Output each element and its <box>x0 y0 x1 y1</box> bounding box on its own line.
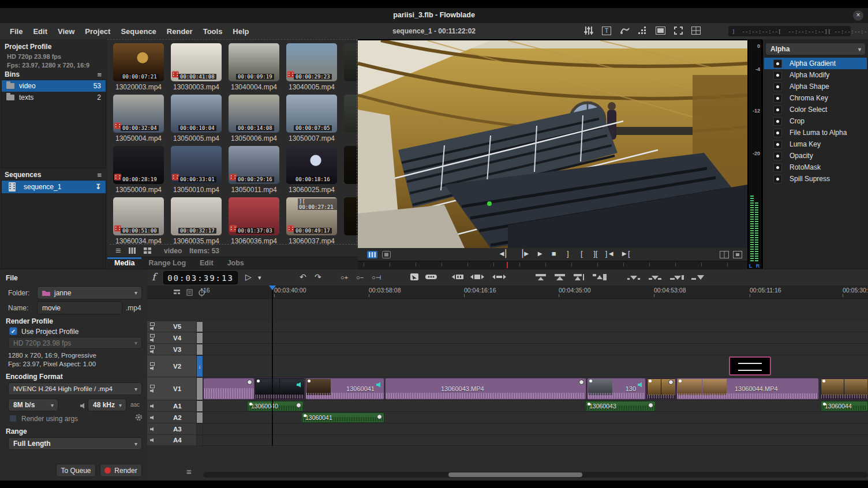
delete-marker-icon[interactable]: ○− <box>356 274 364 281</box>
fullscreen-icon[interactable] <box>672 25 684 36</box>
redo-icon[interactable]: ↷ <box>315 272 321 281</box>
fade-handle-icon[interactable] <box>247 380 252 385</box>
filter-item-opacity[interactable]: Opacity <box>764 150 867 162</box>
media-item[interactable]: 00:00:32:0413050004.mp4 <box>110 95 167 142</box>
splice-out-icon[interactable] <box>535 273 547 283</box>
media-item[interactable]: 00:00:29:2313040005.mp4 <box>283 43 341 91</box>
timeline-display-toggle-icon[interactable] <box>367 250 377 261</box>
scrollbar-thumb[interactable] <box>448 472 582 477</box>
mixer-icon[interactable] <box>583 25 594 36</box>
media-image-icon[interactable] <box>654 25 666 36</box>
playhead-marker[interactable] <box>269 286 276 290</box>
timeline-timecode[interactable]: 00:03:39:13 <box>163 271 238 284</box>
media-item[interactable]: 130 <box>341 197 358 245</box>
track-height-control-a3[interactable] <box>196 423 203 435</box>
timeline-ruler[interactable]: :1600:03:40:0000:03:58:0800:04:16:1600:0… <box>147 286 868 299</box>
shrink-tracks-icon[interactable] <box>173 288 181 298</box>
tab-edit[interactable]: Edit <box>193 257 220 269</box>
track-head-a1[interactable]: A1 <box>147 400 196 412</box>
timeline-scrollbar[interactable] <box>203 472 868 478</box>
insert-both-icon[interactable] <box>470 273 484 283</box>
track-head-v5[interactable]: V5 <box>147 321 196 332</box>
mark-out-button[interactable]: [ <box>578 249 586 258</box>
titler-icon[interactable]: T <box>601 25 612 36</box>
gmic-icon[interactable] <box>619 25 630 36</box>
bin-item-texts[interactable]: texts2 <box>2 92 106 103</box>
range-select-icon[interactable] <box>410 273 419 283</box>
timeline-clip-video[interactable] <box>255 378 305 400</box>
filter-item-color-select[interactable]: Color Select <box>764 104 867 115</box>
track-lane-v3[interactable] <box>203 344 868 355</box>
track-height-control-a2[interactable] <box>196 412 203 423</box>
range-select[interactable]: Full Length ▾ <box>8 437 142 450</box>
track-height-control-v2[interactable]: ↓ <box>196 355 203 377</box>
filter-item-chroma-key[interactable]: Chroma Key <box>764 92 867 104</box>
timeline-clip-audio[interactable]: 13060043 <box>585 401 656 411</box>
media-item[interactable]: 00:00:51:0013060034.mp4 <box>110 197 167 245</box>
filter-item-alpha-gradient[interactable]: Alpha Gradient <box>764 58 867 69</box>
timeline-clip-video[interactable] <box>203 378 255 400</box>
append-icon[interactable] <box>670 273 684 283</box>
insert-append-icon[interactable] <box>691 273 705 283</box>
encoding-select[interactable]: NVENC H.264 High Profile / .mp4 ▾ <box>8 382 142 395</box>
track-lane-a4[interactable] <box>203 435 868 446</box>
scrub-position-marker[interactable] <box>507 262 508 268</box>
track-lane-v4[interactable] <box>203 332 868 344</box>
render-args-checkbox[interactable] <box>9 415 17 422</box>
batch-grid-icon[interactable] <box>637 25 648 36</box>
gear-icon[interactable] <box>134 413 143 424</box>
stop-button[interactable]: ■ <box>550 249 558 258</box>
media-item[interactable]: 130 <box>341 43 358 91</box>
bins-menu-icon[interactable]: ≡ <box>97 70 102 79</box>
filter-item-file-luma-to-alpha[interactable]: File Luma to Alpha <box>764 127 867 138</box>
filter-group-select[interactable]: Alpha ▾ <box>765 43 866 55</box>
media-item[interactable]: 130 <box>341 146 358 194</box>
fade-handle-icon[interactable] <box>668 380 674 385</box>
media-item[interactable]: 00:00:41:0813030003.mp4 <box>167 43 225 91</box>
folder-select[interactable]: janne ▾ <box>37 286 142 299</box>
prev-frame-button[interactable]: ◄▏ <box>498 249 511 258</box>
monitor-scrub-bar[interactable] <box>358 261 747 269</box>
next-marker-icon[interactable]: ○⊣ <box>372 274 381 281</box>
media-item[interactable]: 130 <box>341 95 358 142</box>
media-item[interactable]: 00:00:07:0513050007.mp4 <box>283 95 341 142</box>
media-item[interactable]: 00:00:33:0113050010.mp4 <box>167 146 225 194</box>
track-height-control-v4[interactable] <box>196 332 203 344</box>
list-view-icon[interactable]: ≡ <box>115 246 121 256</box>
sequence-item-sequence_1[interactable]: sequence_1↧ <box>2 181 106 193</box>
media-item[interactable]: 00:00:07:2113020003.mp4 <box>110 43 167 91</box>
lift-icon[interactable] <box>554 273 566 283</box>
undo-icon[interactable]: ↶ <box>300 272 306 281</box>
track-head-v1[interactable]: V1 <box>147 377 196 400</box>
panel-drag-handle-icon[interactable]: ≡ <box>186 467 192 476</box>
fade-handle-icon[interactable] <box>579 380 584 385</box>
track-height-control-a4[interactable] <box>196 435 203 446</box>
filter-item-crop[interactable]: Crop <box>764 115 867 127</box>
media-item[interactable]: 00:00:10:0413050005.mp4 <box>167 95 225 142</box>
track-head-v2[interactable]: V2 <box>147 355 196 377</box>
overwrite-clip-icon[interactable] <box>649 273 661 283</box>
media-item[interactable]: 00:00:32:1713060035.mp4 <box>167 197 225 245</box>
ripple-delete-icon[interactable] <box>573 273 585 283</box>
bin-item-video[interactable]: video53 <box>2 80 106 92</box>
insert-left-icon[interactable] <box>452 273 465 283</box>
track-lane-v5[interactable] <box>203 321 868 332</box>
sequences-menu-icon[interactable]: ≡ <box>97 171 102 179</box>
delete-range-icon[interactable] <box>593 273 607 283</box>
filter-item-spill-supress[interactable]: Spill Supress <box>764 173 867 185</box>
timeline-clip-audio[interactable]: 13060040 <box>247 401 304 411</box>
add-marker-icon[interactable]: ○+ <box>341 274 348 281</box>
timeline-clip-video[interactable]: 130 <box>587 378 646 400</box>
insert-bar-icon[interactable] <box>492 273 506 283</box>
close-icon[interactable]: × <box>853 10 863 21</box>
track-head-a4[interactable]: A4 <box>147 435 196 446</box>
tool-chevron-icon[interactable]: ▾ <box>258 274 261 281</box>
tab-jobs[interactable]: Jobs <box>220 257 251 269</box>
to-queue-button[interactable]: To Queue <box>56 464 96 477</box>
track-head-a2[interactable]: A2 <box>147 412 196 423</box>
fade-handle-icon[interactable] <box>648 403 653 408</box>
window-layout-icon[interactable] <box>690 25 702 36</box>
track-height-control-a1[interactable] <box>196 400 203 412</box>
filter-item-alpha-shape[interactable]: Alpha Shape <box>764 81 867 92</box>
media-item[interactable]: 00:00:18:1613060025.mp4 <box>283 146 341 194</box>
